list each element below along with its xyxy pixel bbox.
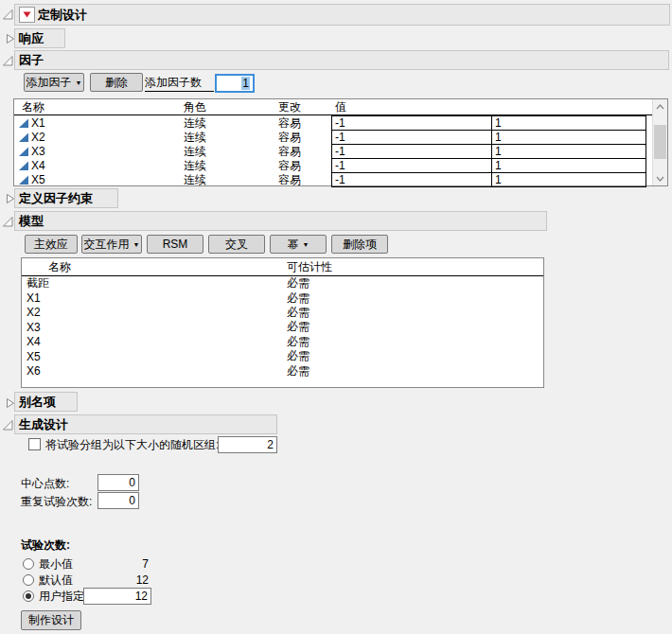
runs-minimum-radio[interactable] [23,558,34,570]
remove-factor-label: 删除 [105,75,128,91]
factors-table-scrollbar[interactable] [652,99,667,185]
factor-row[interactable]: X5 连续 容易 -11 [14,172,652,187]
factor-name: X5 [31,173,45,186]
factor-row[interactable]: X3 连续 容易 -11 [14,144,652,159]
constraints-title: 定义因子约束 [19,190,93,207]
constraints-section-header[interactable]: 定义因子约束 [14,188,118,208]
remove-factor-button[interactable]: 删除 [90,73,143,92]
disclosure-open-icon[interactable] [2,55,13,66]
model-term-row[interactable]: X6必需 [22,363,543,378]
red-triangle-menu-icon[interactable] [19,7,35,23]
factor-high-value[interactable]: 1 [491,130,646,145]
model-term-row[interactable]: X3必需 [22,320,543,334]
factor-low-value[interactable]: -1 [331,115,492,131]
col-header-role: 角色 [180,99,274,115]
main-effects-button[interactable]: 主效应 [25,235,78,254]
factor-high-value[interactable]: 1 [491,115,646,131]
scroll-up-icon[interactable] [653,99,667,114]
responses-title: 响应 [19,30,44,47]
factor-low-value[interactable]: -1 [331,172,492,187]
model-table-header: 名称 可估计性 [22,258,543,276]
factor-row[interactable]: X4 连续 容易 -11 [14,158,652,173]
disclosure-open-icon[interactable] [2,419,13,431]
center-points-label: 中心点数: [21,477,69,491]
interactions-button[interactable]: 交互作用▼ [81,235,142,254]
factor-changes[interactable]: 容易 [274,172,331,187]
responses-section-header[interactable]: 响应 [14,28,65,48]
col-header-estimability: 可估计性 [283,259,332,275]
runs-default-value: 12 [104,573,149,588]
factors-title: 因子 [19,52,44,69]
continuous-factor-icon [18,146,29,157]
window-title: 定制设计 [38,7,87,24]
model-term-row[interactable]: X2必需 [22,306,543,320]
model-term-row[interactable]: X1必需 [22,291,543,305]
col-header-name: 名称 [22,259,283,275]
chevron-down-icon: ▼ [303,241,309,248]
runs-default-label: 默认值 [39,573,73,588]
factor-name: X1 [31,116,45,130]
factor-high-value[interactable]: 1 [491,144,646,159]
factor-low-value[interactable]: -1 [331,144,492,159]
factor-low-value[interactable]: -1 [331,130,492,145]
make-design-button[interactable]: 制作设计 [21,610,81,630]
powers-button[interactable]: 幂▼ [270,235,327,254]
alias-section-header[interactable]: 别名项 [14,392,78,412]
runs-label: 试验次数: [21,538,70,553]
runs-user-specified-label: 用户指定 [39,590,84,604]
add-n-factors-value: 1 [241,77,250,90]
chevron-down-icon: ▼ [76,79,82,86]
runs-user-specified-input[interactable]: 12 [83,588,151,605]
col-header-values: 值 [331,99,346,115]
disclosure-open-icon[interactable] [2,9,13,20]
term-name: X6 [22,364,283,378]
model-term-row[interactable]: X5必需 [22,349,543,363]
model-term-row[interactable]: 截距必需 [22,276,543,291]
factor-name: X3 [31,145,45,158]
replicates-label: 重复试验次数: [21,495,92,509]
cross-button[interactable]: 交叉 [208,235,265,254]
factors-table-header: 名称 角色 更改 值 [14,99,652,115]
center-points-value: 0 [129,476,135,489]
term-name: 截距 [22,275,283,291]
term-name: X5 [22,350,283,363]
factor-low-value[interactable]: -1 [331,158,492,173]
factor-row[interactable]: X1 连续 容易 -11 [14,115,652,131]
random-blocks-checkbox[interactable] [28,438,41,450]
continuous-factor-icon [18,160,29,171]
remove-term-button[interactable]: 删除项 [331,235,388,254]
model-term-row[interactable]: X4必需 [22,335,543,349]
center-points-input[interactable]: 0 [97,474,139,491]
continuous-factor-icon [18,132,29,143]
scrollbar-thumb[interactable] [654,125,666,159]
add-n-factors-input[interactable]: 1 [215,74,255,93]
factor-high-value[interactable]: 1 [491,172,646,187]
factors-section-header[interactable]: 因子 [14,50,669,70]
col-header-name: 名称 [14,99,180,115]
runs-default-radio[interactable] [23,574,34,586]
factor-role[interactable]: 连续 [180,172,274,187]
disclosure-open-icon[interactable] [2,216,13,227]
generation-section-header[interactable]: 生成设计 [14,414,277,434]
add-factor-button[interactable]: 添加因子 ▼ [24,73,84,92]
block-size-input[interactable]: 2 [218,436,277,453]
model-table: 名称 可估计性 截距必需 X1必需 X2必需 X3必需 X4必需 X5必需 X6… [21,257,544,388]
factor-row[interactable]: X2 连续 容易 -11 [14,130,652,145]
term-estimability: 必需 [283,363,309,379]
rsm-button[interactable]: RSM [147,235,203,254]
remove-term-label: 删除项 [343,237,377,253]
col-header-changes: 更改 [274,99,331,115]
replicates-input[interactable]: 0 [97,492,139,509]
model-title: 模型 [19,213,44,230]
random-blocks-label: 将试验分组为以下大小的随机区组: [45,438,219,452]
rsm-label: RSM [163,238,188,251]
factor-high-value[interactable]: 1 [491,158,646,173]
continuous-factor-icon [18,117,29,129]
runs-minimum-label: 最小值 [39,557,73,572]
runs-user-specified-radio[interactable] [23,590,34,602]
model-section-header[interactable]: 模型 [14,211,547,231]
chevron-down-icon: ▼ [133,241,140,248]
scroll-down-icon[interactable] [653,171,667,185]
custom-design-window: 定制设计 响应 因子 添加因子 ▼ 删除 添加因子数 1 名称 角色 更改 值 … [0,0,672,634]
runs-user-specified-value: 12 [135,590,148,603]
